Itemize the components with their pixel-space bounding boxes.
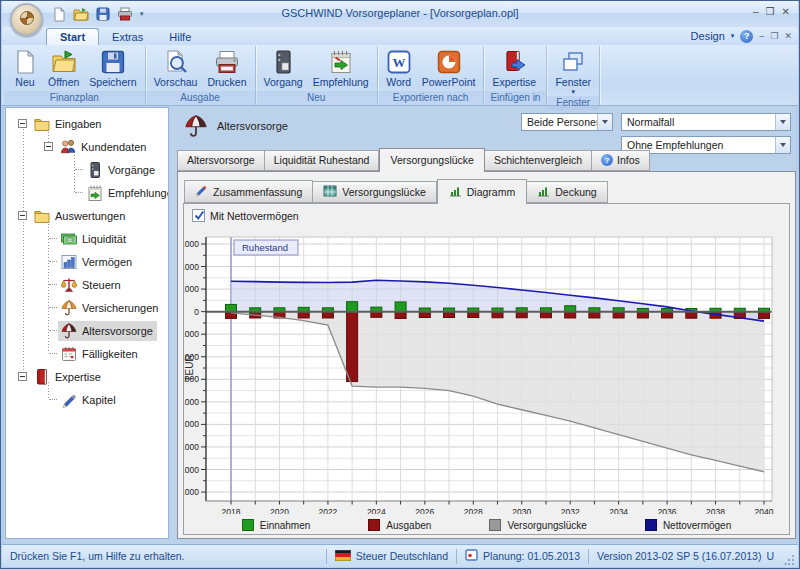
legend-ausgaben: Ausgaben [368,519,431,531]
word-button[interactable]: W Word [381,48,417,89]
tree-item-vorgaenge[interactable]: Vorgänge [6,158,168,181]
money-icon: 100 [60,230,78,248]
notepad-icon [86,184,104,202]
person-select[interactable]: Beide Personen [521,113,613,131]
tree-item-label: Altersvorsorge [82,325,153,337]
mdi-minimize-button[interactable]: – [759,31,764,41]
collapse-icon[interactable] [44,142,53,151]
tab-liquiditaet-ruhestand[interactable]: Liquidität Ruhestand [265,150,380,171]
expertise-book-icon [501,49,527,75]
tree-item-kapitel[interactable]: Kapitel [6,388,168,411]
design-dropdown[interactable]: Design [691,30,725,42]
status-tax-country: Steuer Deutschland [327,549,456,564]
umbrella-logo-icon [16,7,38,33]
svg-text:2018: 2018 [222,507,241,514]
empfehlung-button[interactable]: Empfehlung [308,48,374,89]
umbrella-dark-icon [60,322,78,340]
window-icon [560,49,586,75]
tab-versorgungsluecke[interactable]: Versorgungslücke [379,148,484,172]
mdi-close-button[interactable]: ✕ [784,31,792,41]
tree-item-versicherungen[interactable]: Versicherungen [6,296,168,319]
expertise-button[interactable]: Expertise [487,48,541,89]
collapse-icon[interactable] [18,119,27,128]
tree-item-empfehlungen[interactable]: Empfehlungen [6,181,168,204]
tree-item-eingaben[interactable]: Eingaben [6,112,168,135]
svg-text:W: W [392,55,405,70]
fenster-button[interactable]: Fenster ▼ [550,48,596,96]
tree-item-label: Kapitel [82,394,116,406]
page-title: Altersvorsorge [217,120,288,132]
umbrella-icon [60,299,78,317]
svg-text:2034: 2034 [609,507,628,514]
tree-item-expertise[interactable]: Expertise [6,365,168,388]
subtab-deckung[interactable]: Deckung [527,181,607,203]
speichern-button[interactable]: Speichern [84,48,141,89]
design-caret-icon[interactable]: ▾ [731,32,735,40]
resize-grip[interactable] [784,549,796,567]
ribbon-group-finanzplan: Neu Öffnen Speichern Finanzplan [4,46,146,105]
ribbon-tab-start[interactable]: Start [46,28,99,45]
oeffnen-button[interactable]: Öffnen [43,48,84,89]
tree-item-auswertungen[interactable]: Auswertungen [6,204,168,227]
ribbon-group-fenster: Fenster ▼ Fenster [547,46,600,105]
vorschau-button[interactable]: Vorschau [149,48,203,89]
scenario-select[interactable]: Normalfall [621,113,791,131]
ribbon-group-einfuegen: Expertise Einfügen in [484,46,547,105]
drucken-button[interactable]: Drucken [202,48,251,89]
retirement-gap-chart: 3.0002.0001.0000-1.000-2.000-3.000-4.000… [184,226,789,514]
ribbon-group-exportieren: W Word PowerPoint Exportieren nach [378,46,485,105]
maximize-button[interactable]: ❒ [766,6,775,18]
people-icon [59,138,77,156]
tree-item-steuern[interactable]: Steuern [6,273,168,296]
navigation-tree-panel: Eingaben Kundendaten Vorgänge Empfehlung… [5,107,169,539]
ribbon-group-label: Einfügen in [484,91,546,105]
close-button[interactable]: ✕ [782,6,790,18]
window-controls: – ❒ ✕ [753,6,790,18]
mdi-restore-button[interactable]: ❐ [770,31,778,41]
svg-text:1.000: 1.000 [184,284,199,294]
minimize-button[interactable]: – [753,6,759,18]
ribbon: Neu Öffnen Speichern Finanzplan [2,45,798,106]
tab-infos[interactable]: ? Infos [592,150,650,171]
svg-text:2040: 2040 [755,507,774,514]
svg-text:-8.000: -8.000 [184,487,199,497]
help-icon[interactable]: ? [740,30,753,43]
svg-text:-5.000: -5.000 [184,419,199,429]
legend-swatch-green [242,519,254,531]
neu-button[interactable]: Neu [7,48,43,89]
tree-item-faelligkeiten[interactable]: Fälligkeiten [6,342,168,365]
svg-text:2022: 2022 [318,507,337,514]
vorgang-button[interactable]: Vorgang [259,48,308,89]
tab-schichtenvergleich[interactable]: Schichtenvergleich [485,150,592,171]
tree-item-altersvorsorge[interactable]: Altersvorsorge [6,319,168,342]
chart-bars-icon [537,185,550,199]
tree-item-liquiditaet[interactable]: 100 Liquidität [6,227,168,250]
fenster-dropdown-icon: ▼ [570,89,576,95]
collapse-icon[interactable] [18,372,27,381]
ribbon-tab-hilfe[interactable]: Hilfe [156,29,204,45]
content-area: Altersvorsorge Beide Personen Normalfall… [173,106,798,542]
tree-item-kundendaten[interactable]: Kundendaten [6,135,168,158]
subtab-versorgungsluecke[interactable]: Versorgungslücke [313,181,436,203]
tab-altersvorsorge[interactable]: Altersvorsorge [177,150,265,171]
nettovermoegen-checkbox[interactable]: Mit Nettovermögen [192,209,299,222]
sub-tab-strip: Zusammenfassung Versorgungslücke Diagram… [184,180,608,203]
print-preview-icon [163,49,189,75]
open-folder-icon [51,49,77,75]
ribbon-tab-extras[interactable]: Extras [99,29,156,45]
svg-text:-4.000: -4.000 [184,397,199,407]
app-orb-button[interactable] [10,3,43,36]
svg-text:2032: 2032 [561,507,580,514]
tree-item-label: Empfehlungen [108,187,169,199]
svg-text:2038: 2038 [706,507,725,514]
chart-legend: Einnahmen Ausgaben Versorgungslücke Nett… [184,516,789,534]
save-icon [100,49,126,75]
svg-text:3.000: 3.000 [184,239,199,249]
subtab-diagramm[interactable]: Diagramm [437,179,527,204]
svg-text:100: 100 [67,238,73,242]
powerpoint-button[interactable]: PowerPoint [417,48,481,89]
tree-item-vermoegen[interactable]: Vermögen [6,250,168,273]
subtab-zusammenfassung[interactable]: Zusammenfassung [184,180,313,203]
collapse-icon[interactable] [18,211,27,220]
versorgungsluecke-panel: Zusammenfassung Versorgungslücke Diagram… [177,171,796,539]
